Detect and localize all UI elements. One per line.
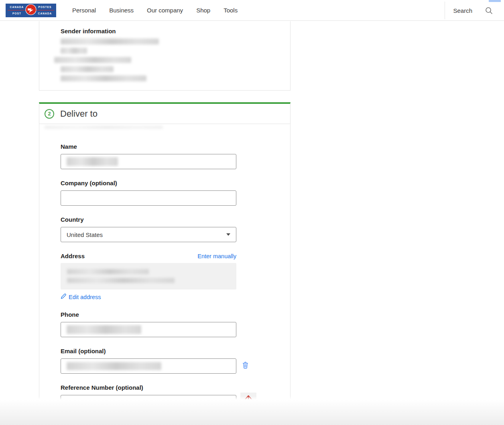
name-field-group: Name xyxy=(61,143,236,169)
redacted-address-line xyxy=(67,278,175,283)
logo-text-canada: CANADA xyxy=(8,5,26,10)
deliver-to-header: 2 Deliver to xyxy=(39,104,290,124)
redacted-email-value xyxy=(67,362,161,370)
address-field-group: Address Enter manually Edit address xyxy=(61,253,236,301)
redacted-sender-line xyxy=(61,48,87,54)
wing-emblem-icon xyxy=(25,4,37,17)
redacted-phone-value xyxy=(67,325,141,334)
deliver-to-form: Name Company (optional) Country United S… xyxy=(39,129,290,410)
scrollbar-thumb[interactable] xyxy=(489,0,501,2)
redacted-sender-line xyxy=(61,75,146,81)
country-selected-value: United States xyxy=(67,231,103,238)
chevron-down-icon xyxy=(226,233,230,236)
company-input[interactable] xyxy=(61,190,236,206)
deliver-to-card: 2 Deliver to Name Company (optional) Cou… xyxy=(39,102,291,403)
email-input[interactable] xyxy=(61,358,236,374)
name-label: Name xyxy=(61,143,236,150)
edit-address-link[interactable]: Edit address xyxy=(61,293,101,300)
page-footer-fade xyxy=(0,396,504,425)
nav-item-shop[interactable]: Shop xyxy=(196,7,210,14)
sender-information-card: Sender information xyxy=(39,21,291,91)
nav-item-personal[interactable]: Personal xyxy=(72,7,96,14)
address-display-box xyxy=(61,263,236,289)
page: CANADA POST POSTES CANADA Personal Busin… xyxy=(0,0,504,425)
redacted-sender-line xyxy=(61,38,159,45)
canada-post-logo[interactable]: CANADA POST POSTES CANADA xyxy=(6,4,56,17)
country-field-group: Country United States xyxy=(61,216,236,242)
sender-information-title: Sender information xyxy=(61,28,290,34)
search-icon[interactable] xyxy=(485,7,493,14)
country-select[interactable]: United States xyxy=(61,227,236,242)
redacted-name-value xyxy=(67,157,118,166)
nav-item-tools[interactable]: Tools xyxy=(224,7,238,14)
enter-manually-link[interactable]: Enter manually xyxy=(197,253,236,259)
search-link[interactable]: Search xyxy=(453,7,472,14)
logo-text-post: POST xyxy=(8,12,26,16)
logo-english-text: CANADA POST xyxy=(8,5,26,16)
delete-email-button[interactable] xyxy=(242,361,249,370)
email-field-group: Email (optional) xyxy=(61,348,236,374)
email-label: Email (optional) xyxy=(61,348,236,354)
nav-divider xyxy=(445,2,445,19)
nav-right-section: Search xyxy=(445,0,504,21)
logo-text-canada-fr: CANADA xyxy=(36,12,54,16)
reference-label: Reference Number (optional) xyxy=(61,384,236,391)
name-input[interactable] xyxy=(61,154,236,169)
nav-item-business[interactable]: Business xyxy=(109,7,134,14)
company-label: Company (optional) xyxy=(61,180,236,186)
redacted-sender-line xyxy=(54,57,131,63)
phone-field-group: Phone xyxy=(61,311,236,337)
deliver-to-title: Deliver to xyxy=(60,109,98,119)
pencil-icon xyxy=(61,293,66,300)
redacted-address-line xyxy=(67,269,149,274)
address-label: Address xyxy=(61,253,85,259)
phone-label: Phone xyxy=(61,311,236,318)
trash-icon xyxy=(242,364,249,370)
step-number-badge: 2 xyxy=(45,109,54,119)
main-nav: Personal Business Our company Shop Tools xyxy=(72,7,238,14)
country-label: Country xyxy=(61,216,236,223)
top-navigation: CANADA POST POSTES CANADA Personal Busin… xyxy=(0,0,504,21)
redacted-subheader-line xyxy=(45,126,163,129)
phone-input[interactable] xyxy=(61,322,236,337)
logo-french-text: POSTES CANADA xyxy=(36,5,54,16)
company-field-group: Company (optional) xyxy=(61,180,236,206)
nav-item-our-company[interactable]: Our company xyxy=(147,7,183,14)
logo-text-postes: POSTES xyxy=(36,5,54,10)
edit-address-label: Edit address xyxy=(69,294,101,300)
redacted-sender-line xyxy=(61,66,114,72)
